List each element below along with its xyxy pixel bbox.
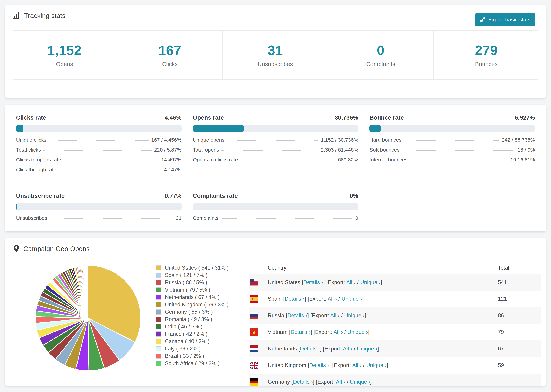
rate-detail-rows: Unique clicks167 / 4.456%Total clicks220…: [16, 137, 182, 177]
details-link[interactable]: Details ›: [300, 346, 320, 352]
legend-label: Romania ( 49 / 3% ): [165, 316, 212, 322]
export-basic-stats-button[interactable]: Export basic stats: [475, 13, 535, 26]
export-all-link[interactable]: All ›: [330, 313, 340, 318]
rates-grid: Clicks rate4.46%Unique clicks167 / 4.456…: [16, 114, 535, 225]
rate-block-complaints-rate: Complaints rate0%Complaints0: [193, 192, 358, 225]
details-link[interactable]: Details ›: [290, 329, 311, 335]
detail-value: 689.82%: [338, 157, 358, 163]
detail-value: 1,152 / 30.736%: [321, 137, 358, 143]
stat-value: 1,152: [47, 42, 82, 58]
dotted-leader: [221, 150, 318, 151]
detail-label: Unsubscribes: [16, 215, 47, 221]
detail-value: 31: [176, 215, 181, 221]
export-unique-link[interactable]: Unique ›: [350, 379, 370, 385]
dotted-leader: [240, 160, 336, 161]
legend-swatch: [156, 361, 161, 366]
total-cell: 121: [498, 296, 541, 302]
us-flag-icon: [250, 279, 258, 286]
export-all-link[interactable]: All ›: [343, 346, 352, 352]
rate-detail-rows: Unsubscribes31: [16, 215, 182, 225]
rate-block-bounce-rate: Bounce rate6.927%Hard bounces242 / 86.73…: [369, 114, 535, 177]
tracking-stats-card: Tracking stats Export basic stats 1,152O…: [5, 5, 546, 98]
rate-progress-track: [369, 125, 535, 132]
vn-flag-icon: [250, 328, 258, 336]
details-link[interactable]: Details ›: [287, 313, 307, 318]
legend-swatch: [156, 287, 161, 293]
rate-progress-track: [193, 203, 358, 210]
table-row-spain: Spain [Details ›] [Export: All › / Uniqu…: [249, 291, 541, 307]
legend-label: Germany ( 55 / 3% ): [165, 309, 213, 315]
campaign-geo-opens-card: Campaign Geo Opens United States ( 541 /…: [5, 238, 546, 386]
country-links-text: Germany [Details ›] [Export: All › / Uni…: [268, 379, 372, 385]
export-unique-link[interactable]: Unique ›: [360, 279, 381, 285]
geo-pie-legend: United States ( 541 / 31% )Spain ( 121 /…: [156, 264, 249, 386]
country-column-header: Country: [249, 265, 498, 271]
table-row-united-states: United States [Details ›] [Export: All ›…: [249, 274, 541, 291]
total-cell: 86: [498, 313, 541, 319]
rate-value: 0.77%: [165, 192, 181, 199]
detail-label: Complaints: [193, 215, 219, 221]
legend-swatch: [156, 309, 161, 315]
export-all-link[interactable]: All ›: [336, 379, 345, 385]
export-all-link[interactable]: All ›: [346, 279, 356, 285]
export-unique-link[interactable]: Unique ›: [366, 362, 387, 368]
rate-detail-row: Unique clicks167 / 4.456%: [16, 137, 182, 147]
export-all-link[interactable]: All ›: [352, 362, 361, 368]
stat-label: Bounces: [475, 61, 498, 67]
legend-swatch: [156, 339, 161, 344]
dotted-leader: [49, 140, 149, 140]
legend-swatch: [156, 317, 161, 322]
legend-item: Germany ( 55 / 3% ): [156, 308, 249, 315]
legend-swatch: [156, 265, 161, 270]
details-link[interactable]: Details ›: [285, 296, 304, 302]
export-unique-link[interactable]: Unique ›: [347, 329, 368, 335]
export-unique-link[interactable]: Unique ›: [344, 313, 365, 318]
details-link[interactable]: Details ›: [304, 279, 323, 285]
legend-item: South Africa ( 29 / 2% ): [156, 360, 249, 367]
es-flag-icon: [250, 295, 258, 303]
details-link[interactable]: Details ›: [309, 362, 329, 368]
country-cell: Vietnam [Details ›] [Export: All › / Uni…: [249, 328, 498, 336]
rate-title-row: Clicks rate4.46%: [16, 114, 182, 121]
rate-progress-fill: [193, 125, 244, 132]
country-links-text: Russia [Details ›] [Export: All › / Uniq…: [268, 313, 366, 319]
legend-item: Romania ( 49 / 3% ): [156, 315, 249, 323]
export-unique-link[interactable]: Unique ›: [342, 296, 362, 302]
rate-detail-row: Opens to clicks rate689.82%: [193, 157, 358, 167]
detail-value: 167 / 4.456%: [151, 137, 182, 143]
dotted-leader: [50, 218, 174, 219]
stat-box-bounces: 279Bounces: [434, 31, 539, 79]
detail-label: Unique opens: [193, 137, 225, 143]
detail-value: 242 / 86.738%: [502, 137, 535, 143]
gb-flag-icon: [250, 362, 258, 369]
geo-content: United States ( 541 / 31% )Spain ( 121 /…: [5, 259, 546, 386]
detail-label: Opens to clicks rate: [193, 157, 238, 163]
rate-title: Unsubscribe rate: [16, 192, 65, 199]
dotted-leader: [64, 160, 159, 161]
rate-progress-track: [16, 125, 182, 132]
table-row-russia: Russia [Details ›] [Export: All › / Uniq…: [249, 307, 541, 324]
rate-detail-rows: Complaints0: [193, 215, 358, 225]
dotted-leader: [59, 170, 162, 170]
dotted-leader: [43, 150, 152, 151]
dotted-leader: [227, 140, 318, 140]
rate-detail-row: Internal bounces19 / 6.81%: [369, 157, 535, 167]
export-all-link[interactable]: All ›: [327, 296, 337, 302]
stat-label: Unsubscribes: [258, 61, 293, 67]
country-links-text: United Kingdom [Details ›] [Export: All …: [268, 362, 388, 368]
detail-value: 0: [355, 215, 358, 221]
legend-item: Canada ( 40 / 2% ): [156, 338, 249, 345]
country-cell: United Kingdom [Details ›] [Export: All …: [249, 362, 498, 369]
stat-box-clicks: 167Clicks: [117, 31, 223, 79]
detail-label: Hard bounces: [369, 137, 402, 143]
table-row-vietnam: Vietnam [Details ›] [Export: All › / Uni…: [249, 324, 541, 340]
country-links-text: United States [Details ›] [Export: All ›…: [268, 279, 382, 286]
rate-detail-row: Unique opens1,152 / 30.736%: [193, 137, 358, 147]
rate-progress-fill: [369, 125, 381, 132]
export-all-link[interactable]: All ›: [333, 329, 343, 335]
details-link[interactable]: Details ›: [293, 379, 313, 385]
pie-slice-other: [88, 266, 88, 318]
rate-detail-row: Total opens2,303 / 61.446%: [193, 147, 358, 157]
export-unique-link[interactable]: Unique ›: [357, 346, 377, 352]
legend-item: United Kingdom ( 59 / 3% ): [156, 301, 249, 308]
